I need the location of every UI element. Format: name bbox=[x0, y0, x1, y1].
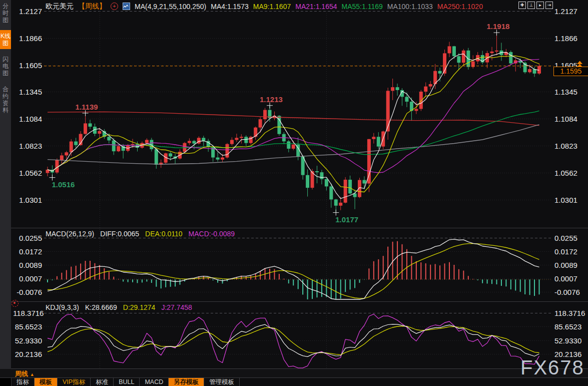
current-price-badge: 1.1595 bbox=[553, 67, 588, 76]
chart-header: 欧元美元 【周线】 + MA(4,9,21,55,100,250) MA4:1.… bbox=[46, 2, 483, 11]
alert-dot-icon[interactable] bbox=[12, 300, 19, 307]
corner-cell bbox=[0, 378, 12, 386]
time-axis-bar: 周线 ▲ bbox=[0, 369, 588, 377]
add-indicator-icon[interactable]: + bbox=[111, 3, 118, 10]
tab-vip-indicators[interactable]: VIP指标 bbox=[58, 378, 91, 386]
sidebar-item-lightning[interactable]: 闪电图 bbox=[0, 53, 11, 79]
ma9-value: MA9:1.1607 bbox=[253, 3, 291, 11]
macd-header: MACD(26,12,9) DIFF:0.0065 DEA:0.0110 MAC… bbox=[46, 230, 235, 238]
tab-standard[interactable]: 标准 bbox=[91, 378, 114, 386]
tab-bull[interactable]: BULL bbox=[114, 378, 140, 386]
chart-type-icon[interactable] bbox=[123, 3, 130, 10]
kdj-title: KDJ(9,3,3) bbox=[46, 303, 79, 311]
macd-diff-value: DIFF:0.0065 bbox=[100, 230, 139, 238]
ma100-value: MA100:1.1033 bbox=[387, 3, 433, 11]
ma21-value: MA21:1.1654 bbox=[295, 3, 337, 11]
zoom-tool-icon[interactable]: ▸ bbox=[536, 2, 544, 9]
watermark: FX678 bbox=[520, 356, 584, 379]
kdj-k-value: K:28.6669 bbox=[85, 303, 117, 311]
tab-macd[interactable]: MACD bbox=[140, 378, 169, 386]
tab-indicators[interactable]: 指标 bbox=[12, 378, 35, 386]
macd-dea-value: DEA:0.0110 bbox=[145, 230, 182, 238]
macd-bar-value: MACD:-0.0089 bbox=[189, 230, 235, 238]
sidebar-item-kline[interactable]: K线图 bbox=[0, 30, 11, 49]
indicator-pane-icon[interactable]: ⊥ bbox=[527, 2, 535, 9]
kdj-header: KDJ(9,3,3) K:28.6669 D:29.1274 J:27.7458 bbox=[46, 303, 192, 311]
crosshair-tool-icon[interactable]: ✚ bbox=[518, 2, 526, 9]
tab-save-template[interactable]: 另存模板 bbox=[169, 378, 204, 386]
tab-templates[interactable]: 模板 bbox=[35, 378, 58, 386]
sidebar-item-timeshare[interactable]: 分时图 bbox=[0, 0, 11, 26]
symbol-title: 欧元美元 bbox=[46, 2, 74, 11]
expand-pane-icon[interactable]: ⇥ bbox=[545, 2, 553, 9]
main-chart[interactable] bbox=[0, 0, 588, 386]
tab-manage-templates[interactable]: 管理模板 bbox=[204, 378, 240, 386]
timeframe-arrow-icon: ▲ bbox=[30, 372, 35, 377]
indicator-tab-bar: 指标 模板 VIP指标 标准 BULL MACD 另存模板 管理模板 bbox=[0, 377, 588, 386]
kdj-j-value: J:27.7458 bbox=[161, 303, 192, 311]
sidebar-item-contract-info[interactable]: 合约资料 bbox=[0, 83, 11, 116]
ma-group-label: MA(4,9,21,55,100,250) bbox=[135, 3, 206, 11]
chart-mode-sidebar: 分时图 K线图 闪电图 合约资料 bbox=[0, 0, 11, 369]
ma55-value: MA55:1.1169 bbox=[342, 3, 383, 11]
kdj-d-value: D:29.1274 bbox=[123, 303, 156, 311]
macd-title: MACD(26,12,9) bbox=[46, 230, 94, 238]
ma4-value: MA4:1.1573 bbox=[211, 3, 249, 11]
chart-toolbar: ✚ ⊥ ▸ ⇥ bbox=[518, 2, 553, 9]
trading-app: 分时图 K线图 闪电图 合约资料 欧元美元 【周线】 + MA(4,9,21,5… bbox=[0, 0, 588, 386]
timeframe-tag: 【周线】 bbox=[78, 2, 106, 11]
ma250-value: MA250:1.1020 bbox=[437, 3, 483, 11]
